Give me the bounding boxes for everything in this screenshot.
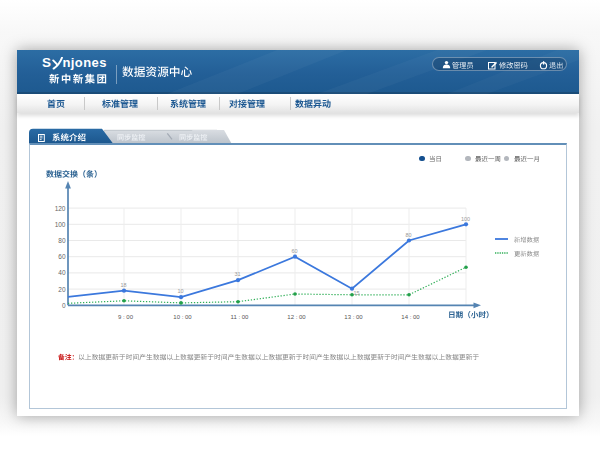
svg-text:11 : 00: 11 : 00 [231,314,250,320]
svg-text:13 : 00: 13 : 00 [344,314,363,320]
svg-text:80: 80 [58,237,66,244]
svg-text:9 : 00: 9 : 00 [118,314,134,320]
svg-text:12 : 00: 12 : 00 [287,314,306,320]
svg-text:14 : 00: 14 : 00 [401,314,420,320]
svg-text:10: 10 [177,289,183,295]
svg-text:20: 20 [58,286,66,293]
svg-text:18: 18 [120,282,126,288]
svg-text:120: 120 [55,205,66,212]
svg-text:15: 15 [353,290,359,296]
svg-text:31: 31 [234,272,240,278]
svg-text:0: 0 [62,302,66,309]
svg-text:40: 40 [58,269,66,276]
svg-text:10 : 00: 10 : 00 [173,314,192,320]
svg-text:60: 60 [291,248,297,254]
svg-text:60: 60 [58,253,66,260]
svg-text:100: 100 [461,216,470,222]
svg-text:80: 80 [405,232,411,238]
svg-text:100: 100 [55,221,66,228]
